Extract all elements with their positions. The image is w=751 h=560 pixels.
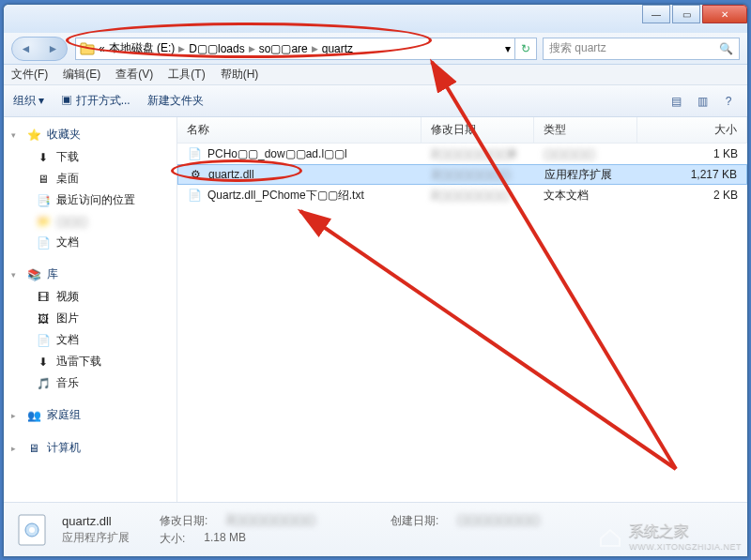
file-size: 1,217 KB [638, 168, 746, 181]
sidebar-group-computer[interactable]: ▸🖥计算机 [4, 436, 176, 460]
video-icon: 🎞 [36, 290, 51, 305]
forward-icon[interactable]: ► [48, 42, 59, 55]
toolbar: 组织 ▾ ▣ 打开方式... 新建文件夹 ▤ ▥ ? [4, 85, 747, 117]
help-icon[interactable]: ? [719, 92, 738, 111]
folder-icon [80, 41, 95, 56]
document-icon: 📄 [36, 235, 51, 250]
file-row[interactable]: 📄PCHo▢▢_dow▢▢ad.l▢▢l 2▢▢▢▢▢▢▢8 ▢▢▢▢▢ 1 K… [177, 144, 747, 164]
dll-icon: ⚙ [188, 167, 203, 182]
preview-pane-icon[interactable]: ▥ [693, 92, 712, 111]
sidebar-item-downloads[interactable]: ⬇下载 [4, 146, 176, 168]
file-icon: 📄 [187, 146, 202, 161]
menu-edit[interactable]: 编辑(E) [63, 67, 100, 83]
svg-rect-1 [81, 43, 86, 47]
picture-icon: 🖼 [36, 311, 51, 326]
menubar: 文件(F) 编辑(E) 查看(V) 工具(T) 帮助(H) [4, 65, 747, 85]
chevron-right-icon: ▸ [11, 411, 21, 420]
chevron-down-icon: ▾ [11, 270, 21, 280]
download-icon: ⬇ [36, 355, 51, 370]
minimize-button[interactable]: — [642, 5, 670, 23]
details-create-value: ▢▢▢▢▢▢▢▢ [457, 513, 540, 529]
close-button[interactable]: ✕ [702, 5, 747, 23]
col-date[interactable]: 修改日期 [421, 117, 534, 143]
menu-view[interactable]: 查看(V) [115, 67, 153, 83]
back-icon[interactable]: ◄ [21, 42, 32, 55]
maximize-button[interactable]: ▭ [672, 5, 700, 23]
computer-icon: 🖥 [26, 441, 41, 456]
explorer-window: — ▭ ✕ ◄ ► « 本地磁盘 (E:)▶ D▢▢loads▶ so▢▢are… [3, 4, 748, 557]
file-date: 2▢▢▢▢▢▢▢ [422, 168, 535, 181]
sidebar-item-videos[interactable]: 🎞视频 [4, 286, 176, 308]
refresh-button[interactable]: ↻ [514, 38, 537, 60]
file-type: ▢▢▢▢▢ [534, 147, 637, 160]
breadcrumb-segment[interactable]: 本地磁盘 (E:) [109, 40, 176, 56]
star-icon: ⭐ [26, 128, 41, 143]
sidebar-item-music[interactable]: 🎵音乐 [4, 372, 176, 394]
chevron-right-icon: ▸ [11, 444, 21, 453]
details-create-label: 创建日期: [391, 513, 438, 529]
sidebar-item-blurred[interactable]: 📁▢▢▢ [4, 211, 176, 232]
chevron-right-icon: ▶ [249, 44, 255, 53]
homegroup-icon: 👥 [26, 408, 41, 423]
recent-icon: 📑 [36, 193, 51, 208]
sidebar-group-homegroup[interactable]: ▸👥家庭组 [4, 403, 176, 427]
folder-icon: 📁 [36, 214, 51, 229]
file-type: 应用程序扩展 [535, 167, 638, 183]
file-rows: 📄PCHo▢▢_dow▢▢ad.l▢▢l 2▢▢▢▢▢▢▢8 ▢▢▢▢▢ 1 K… [177, 144, 747, 502]
organize-button[interactable]: 组织 ▾ [13, 93, 44, 109]
text-file-icon: 📄 [187, 188, 202, 203]
document-icon: 📄 [36, 333, 51, 348]
file-date: 2▢▢▢▢▢▢▢8 [421, 147, 534, 160]
sidebar-group-favorites[interactable]: ▾⭐收藏夹 [4, 123, 176, 146]
newfolder-button[interactable]: 新建文件夹 [147, 93, 204, 109]
file-list-pane: 名称 修改日期 类型 大小 📄PCHo▢▢_dow▢▢ad.l▢▢l 2▢▢▢▢… [177, 117, 747, 502]
details-mod-label: 修改日期: [160, 513, 207, 529]
column-headers: 名称 修改日期 类型 大小 [177, 117, 747, 144]
file-large-icon [13, 511, 51, 549]
file-row[interactable]: 📄Quartz.dll_PChome下▢▢绍.txt 2▢▢▢▢▢▢▢ 文本文档… [177, 185, 747, 205]
library-icon: 📚 [26, 267, 41, 282]
file-size: 2 KB [637, 189, 747, 202]
file-type: 文本文档 [534, 188, 637, 204]
search-input[interactable]: 搜索 quartz 🔍 [543, 38, 740, 60]
breadcrumb-segment[interactable]: so▢▢are [259, 42, 308, 55]
col-name[interactable]: 名称 [177, 117, 421, 143]
search-placeholder: 搜索 quartz [549, 40, 606, 56]
col-size[interactable]: 大小 [637, 117, 747, 143]
sidebar: ▾⭐收藏夹 ⬇下载 🖥桌面 📑最近访问的位置 📁▢▢▢ 📄文档 ▾📚库 🎞视频 … [4, 117, 177, 502]
details-filename: quartz.dll [62, 514, 130, 528]
sidebar-group-libraries[interactable]: ▾📚库 [4, 263, 176, 286]
sidebar-item-desktop[interactable]: 🖥桌面 [4, 168, 176, 189]
sidebar-item-thunder[interactable]: ⬇迅雷下载 [4, 351, 176, 372]
file-row-selected[interactable]: ⚙quartz.dll 2▢▢▢▢▢▢▢ 应用程序扩展 1,217 KB [177, 164, 747, 185]
details-type: 应用程序扩展 [62, 530, 130, 546]
breadcrumb-segment[interactable]: D▢▢loads [189, 42, 244, 55]
sidebar-item-documents2[interactable]: 📄文档 [4, 329, 176, 351]
desktop-icon: 🖥 [36, 172, 51, 187]
menu-tools[interactable]: 工具(T) [168, 67, 205, 83]
svg-point-4 [29, 527, 35, 533]
chevron-right-icon: ▶ [312, 44, 318, 53]
col-type[interactable]: 类型 [534, 117, 637, 143]
address-bar[interactable]: « 本地磁盘 (E:)▶ D▢▢loads▶ so▢▢are▶ quartz ▾ [75, 38, 515, 60]
details-mod-value: 2▢▢▢▢▢▢▢▢ [226, 513, 315, 529]
file-date: 2▢▢▢▢▢▢▢ [421, 189, 534, 202]
search-icon: 🔍 [719, 42, 733, 55]
sidebar-item-recent[interactable]: 📑最近访问的位置 [4, 189, 176, 211]
back-forward-buttons[interactable]: ◄ ► [11, 37, 68, 61]
menu-file[interactable]: 文件(F) [11, 67, 48, 83]
download-icon: ⬇ [36, 150, 51, 165]
breadcrumb-segment[interactable]: quartz [322, 42, 353, 55]
details-size-label: 大小: [160, 531, 185, 547]
sidebar-item-documents[interactable]: 📄文档 [4, 232, 176, 253]
address-dropdown-icon[interactable]: ▾ [505, 42, 511, 55]
view-options-icon[interactable]: ▤ [667, 92, 685, 111]
sidebar-item-pictures[interactable]: 🖼图片 [4, 308, 176, 329]
menu-help[interactable]: 帮助(H) [221, 67, 259, 83]
navigation-row: ◄ ► « 本地磁盘 (E:)▶ D▢▢loads▶ so▢▢are▶ quar… [4, 33, 747, 65]
details-size-value: 1.18 MB [204, 531, 246, 547]
openwith-button[interactable]: ▣ 打开方式... [61, 93, 130, 109]
chevron-right-icon: ▶ [178, 44, 185, 53]
music-icon: 🎵 [36, 376, 51, 391]
chevron-down-icon: ▾ [11, 130, 21, 140]
